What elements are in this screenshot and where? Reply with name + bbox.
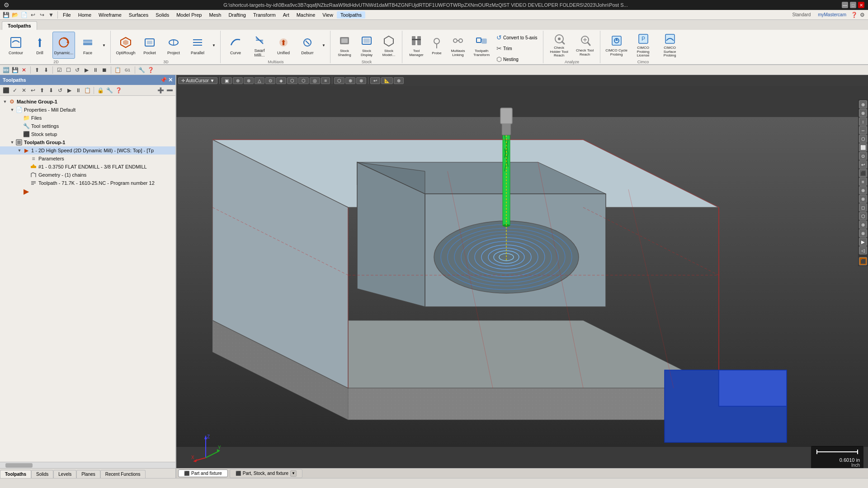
- vp-t3[interactable]: △: [255, 77, 264, 84]
- vp-t10[interactable]: ⬡: [334, 77, 344, 84]
- ribbon-btn-tool-manager[interactable]: Tool Manager: [406, 32, 427, 59]
- menu-solids[interactable]: Solids: [152, 11, 173, 19]
- ribbon-btn-stock-display[interactable]: Stock Display: [356, 32, 377, 59]
- rmb-12[interactable]: ⊗: [859, 195, 867, 203]
- pt-btn3[interactable]: ✕: [20, 86, 28, 94]
- ribbon-more-mx[interactable]: ▼: [320, 32, 327, 59]
- autocursor-btn[interactable]: ✛ AutoCursor ▼: [178, 77, 217, 84]
- pt-btn6[interactable]: ⬇: [47, 86, 55, 94]
- tb-deselect[interactable]: ☐: [64, 66, 72, 74]
- expand-tp1[interactable]: ▼: [16, 148, 23, 153]
- ribbon-btn-cimco-surface[interactable]: CIMCO Surface Probing: [657, 32, 683, 59]
- vpb-part-stock-dropdown[interactable]: ▼: [290, 470, 297, 477]
- tb-delete[interactable]: ✕: [20, 66, 28, 74]
- vp-t6[interactable]: ⬡: [287, 77, 297, 84]
- ribbon-btn-dynamic[interactable]: Dynamic...: [52, 32, 75, 59]
- vpb-tab-part-fixture[interactable]: ⬛ Part and fixture: [178, 469, 228, 477]
- panel-tab-levels[interactable]: Levels: [53, 470, 76, 478]
- vp-t5[interactable]: ◈: [276, 77, 286, 84]
- tb-simulate[interactable]: ⏸: [91, 66, 99, 74]
- ribbon-btn-contour[interactable]: Contour: [5, 32, 27, 59]
- rmb-17[interactable]: ▶: [859, 238, 867, 246]
- vp-t1[interactable]: ⊕: [233, 77, 243, 84]
- help-btn[interactable]: ❓: [850, 11, 858, 19]
- menu-toolpaths[interactable]: Toolpaths: [337, 11, 365, 19]
- ribbon-btn-toolpath-transform[interactable]: Toolpath Transform: [470, 32, 493, 59]
- ribbon-btn-optirough[interactable]: OptiRough: [114, 32, 137, 59]
- qat-open[interactable]: 📂: [11, 11, 19, 19]
- rmb-3[interactable]: ↕: [859, 117, 867, 126]
- vp-t14[interactable]: 📐: [381, 77, 393, 84]
- ribbon-btn-cimco-cycle[interactable]: CIMCO Cycle Probing: [604, 32, 629, 59]
- ribbon-btn-face[interactable]: Face: [76, 32, 99, 59]
- tree-stock-setup[interactable]: ⬛ Stock setup: [0, 130, 175, 138]
- panel-pin-btn[interactable]: 📌: [160, 77, 167, 83]
- vp-t11[interactable]: ⊕: [345, 77, 355, 84]
- tb-help[interactable]: ❓: [146, 66, 155, 74]
- ribbon-btn-deburr[interactable]: Deburr: [296, 32, 319, 59]
- ribbon-btn-curve[interactable]: Curve: [224, 32, 247, 59]
- ribbon-btn-check-holder[interactable]: Check Holder Tool Reach: [547, 32, 571, 59]
- rmb-8[interactable]: ↩: [859, 160, 867, 169]
- rmb-15[interactable]: ⊕: [859, 221, 867, 229]
- expand-properties[interactable]: ▼: [9, 108, 15, 112]
- maximize-button[interactable]: □: [850, 2, 856, 8]
- tree-toolpath-group[interactable]: ▼ Toolpath Group-1: [0, 138, 175, 146]
- pt-btn8[interactable]: ▶: [65, 86, 73, 94]
- ribbon-more-2d[interactable]: ▼: [100, 32, 108, 59]
- pt-lock[interactable]: 🔒: [96, 86, 104, 94]
- panel-close-btn[interactable]: ✕: [168, 77, 173, 83]
- ribbon-btn-stock-model[interactable]: Stock Model...: [378, 32, 399, 59]
- pt-collapse[interactable]: ➕: [156, 86, 165, 94]
- viewport[interactable]: ✛ AutoCursor ▼ ▣ ⊕ ⊗ △ ⊙ ◈ ⬡ ⬡ ◎ ≡ ⬡ ⊕ ⊗…: [176, 75, 868, 478]
- rmb-16[interactable]: ⊗: [859, 229, 867, 237]
- qat-undo[interactable]: ↩: [29, 11, 37, 19]
- expand-machine[interactable]: ▼: [2, 99, 8, 104]
- ribbon-btn-convert-5axis[interactable]: ↺ Convert to 5-axis: [494, 33, 540, 42]
- pt-btn2[interactable]: ✓: [11, 86, 19, 94]
- vp-t9[interactable]: ≡: [321, 77, 330, 84]
- ribbon-btn-multiaxis-linking[interactable]: Multiaxis Linking: [447, 32, 469, 59]
- rmb-1[interactable]: ⊕: [859, 100, 867, 108]
- menu-drafting[interactable]: Drafting: [225, 11, 250, 19]
- play-icon[interactable]: ▶: [23, 188, 30, 195]
- hscroll-thumb[interactable]: [5, 463, 33, 468]
- rmb-2[interactable]: ⊗: [859, 109, 867, 117]
- pt-btn7[interactable]: ↺: [56, 86, 64, 94]
- expand-toolpath-group[interactable]: ▼: [9, 140, 15, 145]
- tree-geometry[interactable]: Geometry - (1) chains: [0, 171, 175, 179]
- menu-model-prep[interactable]: Model Prep: [173, 11, 205, 19]
- ribbon-btn-nesting[interactable]: ⬡ Nesting: [494, 54, 521, 64]
- pt-btn4[interactable]: ↩: [29, 86, 37, 94]
- panel-tab-solids[interactable]: Solids: [31, 470, 53, 478]
- vp-t8[interactable]: ◎: [310, 77, 320, 84]
- pt-btn5[interactable]: ⬆: [38, 86, 46, 94]
- tree-params[interactable]: ≡ Parameters: [0, 155, 175, 163]
- vp-t13[interactable]: ↩: [370, 77, 380, 84]
- pt-help[interactable]: ❓: [114, 86, 123, 94]
- vp-t12[interactable]: ⊗: [356, 77, 366, 84]
- tree-tool-settings[interactable]: 🔧 Tool settings: [0, 122, 175, 130]
- menu-transform[interactable]: Transform: [250, 11, 279, 19]
- vpb-tab-part-stock[interactable]: ⬛ Part, Stock, and fixture ▼: [230, 469, 302, 478]
- close-button[interactable]: ✕: [858, 2, 864, 8]
- ribbon-more-3d[interactable]: ▼: [210, 32, 217, 59]
- tb-regen[interactable]: ↺: [73, 66, 81, 74]
- ribbon-btn-check-tool-reach[interactable]: Check Tool Reach: [573, 32, 597, 59]
- ribbon-btn-pocket[interactable]: Pocket: [138, 32, 161, 59]
- qat-new[interactable]: 📄: [20, 11, 28, 19]
- tb-down[interactable]: ⬇: [42, 66, 50, 74]
- tb-post[interactable]: 📋: [113, 66, 122, 74]
- pt-expand[interactable]: ➖: [165, 86, 174, 94]
- ribbon-btn-probe[interactable]: Probe: [428, 32, 446, 59]
- menu-surfaces[interactable]: Surfaces: [125, 11, 152, 19]
- qat-save[interactable]: 💾: [2, 11, 10, 19]
- tree-files[interactable]: 📁 Files: [0, 114, 175, 122]
- vp-t2[interactable]: ⊗: [244, 77, 254, 84]
- tree-machine-group[interactable]: ▼ ⚙ Machine Group-1: [0, 98, 175, 106]
- panel-tab-planes[interactable]: Planes: [76, 470, 100, 478]
- rmb-5[interactable]: ⬡: [859, 135, 867, 143]
- panel-tab-toolpaths[interactable]: Toolpaths: [0, 470, 31, 478]
- tb-backplot[interactable]: ⏹: [100, 66, 108, 74]
- menu-mesh[interactable]: Mesh: [205, 11, 225, 19]
